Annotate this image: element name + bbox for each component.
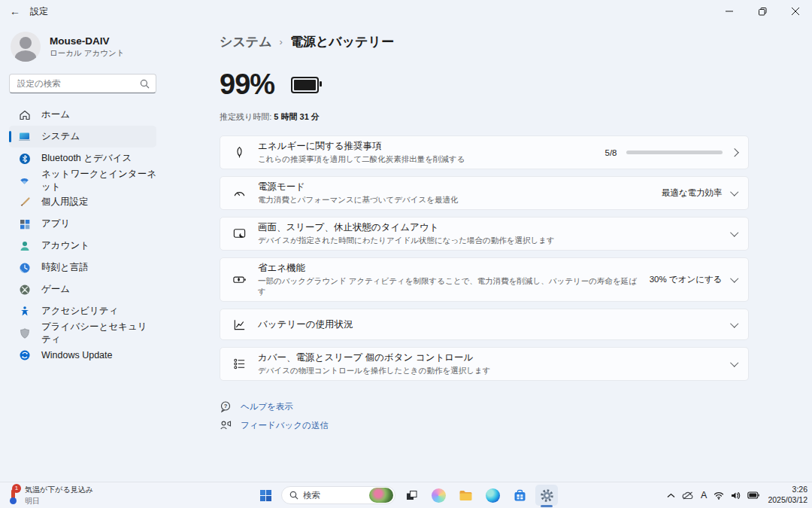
- restore-button[interactable]: [746, 0, 779, 23]
- page-title: 電源とバッテリー: [290, 33, 394, 50]
- wifi-status-button[interactable]: [714, 491, 724, 500]
- user-account[interactable]: Mouse-DAIV ローカル アカウント: [11, 32, 209, 62]
- xbox-icon: [18, 283, 31, 296]
- edge-button[interactable]: [481, 485, 504, 506]
- sidebar-item-bluetooth-devices[interactable]: Bluetooth とデバイス: [9, 148, 156, 169]
- settings-search-box[interactable]: [9, 74, 156, 93]
- clock-globe-icon: [18, 261, 31, 274]
- volume-status-button[interactable]: [731, 491, 741, 500]
- sidebar-item-label: 時刻と言語: [41, 261, 89, 274]
- close-icon: [792, 8, 799, 15]
- widgets-weather-button[interactable]: 1 気温が下がる見込み 明日: [6, 485, 93, 506]
- card-title: バッテリーの使用状況: [258, 318, 353, 331]
- sidebar-item-home[interactable]: ホーム: [9, 104, 156, 126]
- edge-icon: [486, 488, 500, 503]
- send-feedback-label: フィードバックの送信: [241, 420, 329, 431]
- sidebar-nav: ホーム システム Bluetooth とデバイス ネットワークとインターネット …: [9, 104, 209, 366]
- sidebar-item-windows-update[interactable]: Windows Update: [9, 344, 156, 366]
- paintbrush-icon: [18, 196, 31, 208]
- chevron-down-icon: [730, 275, 738, 283]
- tray-chevron-up-button[interactable]: [667, 493, 675, 498]
- back-button[interactable]: ←: [0, 0, 30, 23]
- search-highlight-image: [369, 488, 393, 503]
- windows-update-icon: [18, 348, 31, 361]
- recommendations-progressbar: [626, 151, 723, 154]
- sidebar-item-accounts[interactable]: アカウント: [9, 235, 156, 257]
- breadcrumb-system[interactable]: システム: [220, 33, 272, 50]
- apps-icon: [18, 217, 31, 230]
- get-help-link[interactable]: ? ヘルプを表示: [220, 400, 749, 412]
- titlebar: ← 設定: [0, 0, 812, 23]
- card-battery-usage[interactable]: バッテリーの使用状況: [220, 309, 749, 340]
- search-icon: [289, 491, 298, 500]
- card-subtitle: これらの推奨事項を適用して二酸化炭素排出量を削減する: [258, 154, 465, 165]
- sidebar-item-personalization[interactable]: 個人用設定: [9, 191, 156, 213]
- user-account-type: ローカル アカウント: [50, 48, 124, 59]
- sidebar-item-label: システム: [41, 130, 80, 143]
- footer-links: ? ヘルプを表示 フィードバックの送信: [220, 400, 749, 431]
- onedrive-tray-button[interactable]: [682, 491, 694, 500]
- svg-text:?: ?: [224, 403, 228, 409]
- sidebar-item-system[interactable]: システム: [9, 126, 156, 148]
- card-screen-sleep-timeouts[interactable]: 画面、スリープ、休止状態のタイムアウト デバイスが指定された時間にわたりアイドル…: [220, 217, 749, 251]
- ime-mode-button[interactable]: A: [701, 490, 707, 500]
- card-subtitle: 電力消費とパフォーマンスに基づいてデバイスを最適化: [258, 195, 458, 205]
- task-view-icon: [405, 489, 418, 502]
- sidebar-item-accessibility[interactable]: アクセシビリティ: [9, 300, 156, 322]
- card-subtitle: デバイスが指定された時間にわたりアイドル状態になった場合の動作を選択します: [258, 236, 555, 246]
- sidebar-item-time-language[interactable]: 時刻と言語: [9, 257, 156, 278]
- power-mode-value: 最適な電力効率: [662, 187, 723, 199]
- card-power-mode[interactable]: 電源モード 電力消費とパフォーマンスに基づいてデバイスを最適化 最適な電力効率: [220, 176, 749, 210]
- card-title: 省エネ機能: [258, 262, 638, 275]
- send-feedback-link[interactable]: フィードバックの送信: [220, 419, 749, 431]
- microsoft-store-button[interactable]: [508, 485, 531, 506]
- sidebar-item-gaming[interactable]: ゲーム: [9, 278, 156, 300]
- battery-icon: [291, 77, 319, 93]
- clock-time: 3:26: [768, 485, 807, 495]
- copilot-button[interactable]: [427, 485, 450, 506]
- button-controls-icon: [232, 357, 247, 372]
- chevron-up-icon: [667, 493, 675, 498]
- start-button[interactable]: [254, 485, 277, 506]
- card-subtitle: 一部のバックグラウンド アクティビティを制限することで、電力消費を削減し、バッテ…: [258, 276, 638, 297]
- card-lid-power-buttons[interactable]: カバー、電源とスリープ 個のボタン コントロール デバイスの物理コントロールを操…: [220, 347, 749, 381]
- copilot-icon: [432, 488, 446, 503]
- card-energy-recommendations[interactable]: エネルギーに関する推奨事項 これらの推奨事項を適用して二酸化炭素排出量を削減する…: [220, 135, 749, 169]
- settings-sidebar: Mouse-DAIV ローカル アカウント ホーム システム Bluetooth…: [0, 23, 209, 482]
- clock[interactable]: 3:26 2025/03/12: [768, 485, 807, 505]
- battery-leaf-icon: [232, 272, 247, 287]
- onedrive-cloud-icon: [682, 491, 694, 500]
- taskbar-search-box[interactable]: 検索: [281, 486, 395, 504]
- search-icon: [140, 79, 150, 89]
- gauge-icon: [232, 186, 247, 201]
- notification-badge: 1: [12, 484, 21, 493]
- task-view-button[interactable]: [400, 485, 423, 506]
- battery-percent: 99%: [220, 68, 274, 101]
- app-title: 設定: [30, 5, 48, 18]
- search-input[interactable]: [16, 78, 140, 89]
- weather-subtext: 明日: [25, 496, 93, 506]
- battery-icon: [747, 491, 759, 499]
- file-explorer-button[interactable]: [454, 485, 477, 506]
- sidebar-item-label: プライバシーとセキュリティ: [41, 321, 156, 346]
- speaker-icon: [731, 491, 741, 500]
- gear-icon: [540, 488, 554, 503]
- settings-cards: エネルギーに関する推奨事項 これらの推奨事項を適用して二酸化炭素排出量を削減する…: [220, 135, 749, 381]
- sidebar-item-apps[interactable]: アプリ: [9, 213, 156, 235]
- chevron-down-icon: [730, 188, 738, 196]
- leaf-icon: [232, 145, 247, 160]
- settings-app-button[interactable]: [535, 485, 558, 506]
- card-energy-saver[interactable]: 省エネ機能 一部のバックグラウンド アクティビティを制限することで、電力消費を削…: [220, 257, 749, 302]
- store-icon: [514, 489, 526, 502]
- sidebar-item-label: Windows Update: [41, 350, 113, 360]
- minimize-icon: [726, 8, 733, 15]
- card-title: エネルギーに関する推奨事項: [258, 140, 465, 153]
- close-button[interactable]: [779, 0, 812, 23]
- sidebar-item-privacy-security[interactable]: プライバシーとセキュリティ: [9, 322, 156, 344]
- battery-status-button[interactable]: [747, 491, 759, 499]
- accessibility-icon: [18, 305, 31, 318]
- sidebar-item-label: Bluetooth とデバイス: [41, 152, 132, 165]
- minimize-button[interactable]: [713, 0, 746, 23]
- sidebar-item-label: 個人用設定: [41, 196, 89, 208]
- sidebar-item-network-internet[interactable]: ネットワークとインターネット: [9, 169, 156, 191]
